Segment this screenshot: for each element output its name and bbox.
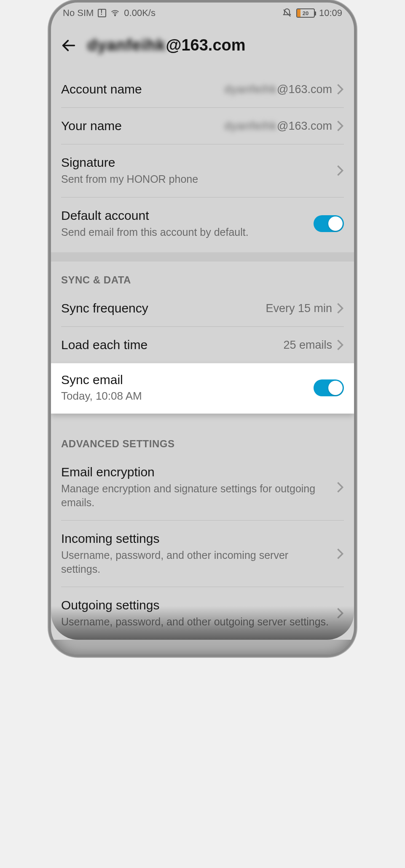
section-header-sync: SYNC & DATA [61, 262, 344, 290]
row-signature[interactable]: Signature Sent from my HONOR phone [61, 144, 344, 198]
battery-level: 20 [297, 10, 314, 16]
section-header-advanced: ADVANCED SETTINGS [61, 425, 344, 454]
default-account-toggle[interactable] [314, 215, 344, 232]
network-speed: 0.00K/s [124, 8, 156, 19]
chevron-right-icon [336, 83, 344, 95]
sim-status: No SIM [63, 8, 94, 19]
email-encryption-label: Email encryption [61, 465, 330, 479]
screen: No SIM 0.00K/s 20 10:09 [51, 3, 354, 640]
sync-email-label: Sync email [61, 373, 142, 387]
row-load-each-time[interactable]: Load each time 25 emails [61, 327, 344, 363]
page-title: dyanfeihk@163.com [87, 36, 246, 54]
outgoing-settings-label: Outgoing settings [61, 598, 330, 612]
chevron-right-icon [336, 120, 344, 132]
chevron-right-icon [336, 339, 344, 351]
signature-value: Sent from my HONOR phone [61, 172, 330, 186]
account-name-label: Account name [61, 82, 217, 96]
clock: 10:09 [319, 8, 342, 19]
battery-icon: 20 [296, 8, 315, 18]
row-incoming-settings[interactable]: Incoming settings Username, password, an… [61, 521, 344, 587]
row-outgoing-settings[interactable]: Outgoing settings Username, password, an… [61, 587, 344, 640]
incoming-settings-label: Incoming settings [61, 531, 330, 546]
row-sync-email[interactable]: Sync email Today, 10:08 AM [51, 363, 354, 414]
row-default-account[interactable]: Default account Send email from this acc… [61, 198, 344, 253]
load-each-time-value: 25 emails [283, 339, 332, 352]
titlebar: dyanfeihk@163.com [51, 24, 354, 71]
sim-alert-icon [98, 9, 106, 17]
row-account-name[interactable]: Account name dyanfeihk@163.com [61, 71, 344, 108]
mute-icon [282, 8, 292, 18]
row-sync-frequency[interactable]: Sync frequency Every 15 min [61, 290, 344, 327]
chevron-right-icon [336, 607, 344, 619]
back-button[interactable] [60, 37, 77, 54]
row-email-encryption[interactable]: Email encryption Manage encryption and s… [61, 454, 344, 521]
section-divider [51, 252, 354, 262]
wifi-icon [110, 8, 120, 18]
signature-label: Signature [61, 155, 330, 170]
load-each-time-label: Load each time [61, 338, 276, 352]
your-name-label: Your name [61, 119, 217, 133]
your-name-value: dyanfeihk@163.com [224, 120, 332, 133]
power-button [355, 247, 357, 285]
email-suffix: @163.com [166, 36, 245, 54]
chevron-right-icon [336, 165, 344, 176]
chevron-right-icon [336, 302, 344, 314]
svg-point-0 [115, 15, 115, 16]
default-account-sub: Send email from this account by default. [61, 225, 307, 239]
status-bar: No SIM 0.00K/s 20 10:09 [51, 3, 354, 24]
email-encryption-sub: Manage encryption and signature settings… [61, 482, 330, 509]
sync-frequency-label: Sync frequency [61, 301, 259, 315]
section-divider [61, 414, 344, 425]
sync-email-toggle[interactable] [314, 379, 344, 396]
incoming-settings-sub: Username, password, and other incoming s… [61, 548, 330, 576]
volume-button [355, 163, 357, 230]
sync-frequency-value: Every 15 min [266, 302, 332, 315]
sync-email-sub: Today, 10:08 AM [61, 390, 142, 403]
email-prefix-redacted: dyanfeihk [87, 36, 166, 54]
account-name-value: dyanfeihk@163.com [224, 83, 332, 96]
phone-frame: No SIM 0.00K/s 20 10:09 [48, 0, 357, 657]
chevron-right-icon [336, 548, 344, 560]
chevron-right-icon [336, 481, 344, 493]
default-account-label: Default account [61, 208, 307, 223]
row-your-name[interactable]: Your name dyanfeihk@163.com [61, 108, 344, 144]
outgoing-settings-sub: Username, password, and other outgoing s… [61, 615, 330, 629]
